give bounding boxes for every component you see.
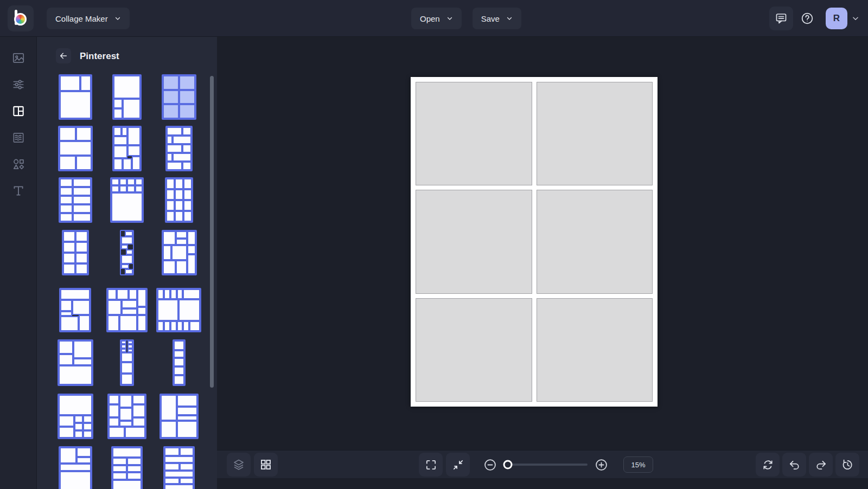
template-cell	[73, 187, 91, 196]
template-cell	[187, 231, 196, 245]
zoom-slider-knob[interactable]	[503, 460, 512, 469]
template-cell	[121, 352, 133, 362]
sidebar-item-layouts[interactable]	[7, 99, 30, 123]
fit-to-screen-button[interactable]	[446, 453, 470, 477]
template-cell	[157, 299, 178, 321]
help-button[interactable]	[795, 7, 819, 30]
zoom-level-value[interactable]: 15%	[623, 456, 653, 473]
feedback-button[interactable]	[769, 7, 793, 30]
template-cell	[119, 408, 132, 421]
template-cell	[108, 427, 125, 438]
open-button[interactable]: Open	[411, 8, 462, 29]
redo-button[interactable]	[809, 453, 833, 477]
template-thumbnail[interactable]	[120, 339, 134, 386]
template-cell	[183, 200, 192, 211]
template-thumbnail[interactable]	[59, 177, 92, 223]
panel-scrollbar[interactable]	[210, 76, 214, 388]
template-cell	[137, 315, 146, 331]
back-button[interactable]	[56, 48, 71, 63]
template-cell	[60, 289, 90, 300]
history-button[interactable]	[835, 453, 859, 477]
zoom-out-button[interactable]	[482, 456, 498, 473]
collage-cell[interactable]	[537, 298, 653, 402]
layers-button[interactable]	[227, 453, 251, 477]
collage-cell[interactable]	[537, 82, 653, 185]
befunky-logo[interactable]	[8, 5, 34, 31]
template-thumbnail[interactable]	[173, 339, 186, 386]
zoom-in-button[interactable]	[593, 456, 609, 473]
template-thumbnail[interactable]	[106, 288, 148, 332]
template-cell	[167, 153, 173, 162]
template-cell	[167, 144, 182, 153]
template-thumbnail[interactable]	[165, 126, 193, 171]
template-thumbnail[interactable]	[162, 230, 197, 275]
template-cell	[83, 423, 92, 430]
account-avatar[interactable]: R	[826, 8, 847, 29]
template-cell	[166, 178, 175, 189]
template-cell	[74, 430, 84, 438]
template-cell	[163, 75, 179, 90]
grid-view-button[interactable]	[254, 453, 278, 477]
sidebar-item-image-manager[interactable]	[7, 46, 30, 70]
template-cell	[74, 423, 84, 430]
template-thumbnail[interactable]	[112, 74, 142, 120]
template-cell	[166, 211, 175, 222]
template-cell	[121, 349, 126, 352]
template-thumbnail[interactable]	[163, 446, 195, 489]
template-cell	[60, 91, 91, 119]
template-cell	[163, 231, 176, 245]
template-thumbnail[interactable]	[120, 230, 134, 275]
save-label: Save	[481, 14, 500, 23]
template-cell	[132, 395, 145, 404]
template-thumbnail[interactable]	[110, 177, 144, 223]
sidebar-item-edit[interactable]	[7, 73, 30, 96]
app-switcher-button[interactable]: Collage Maker	[47, 8, 130, 29]
template-thumbnail[interactable]	[112, 126, 142, 171]
collage-page[interactable]	[411, 77, 658, 407]
template-cell	[189, 321, 200, 331]
template-cell	[127, 340, 133, 344]
undo-button[interactable]	[782, 453, 806, 477]
sidebar-item-textures[interactable]	[7, 126, 30, 150]
template-thumbnail[interactable]	[58, 339, 93, 386]
save-button[interactable]: Save	[473, 8, 521, 29]
collage-cell[interactable]	[537, 190, 653, 293]
sidebar-item-graphics[interactable]	[7, 152, 30, 176]
template-thumbnail[interactable]	[59, 74, 92, 120]
sidebar-item-text[interactable]	[7, 179, 30, 203]
template-thumbnail[interactable]	[111, 446, 143, 489]
template-cell	[177, 407, 197, 415]
collage-cell[interactable]	[416, 190, 532, 293]
template-cell	[73, 196, 91, 204]
account-chevron-down-icon[interactable]	[852, 15, 859, 22]
fullscreen-button[interactable]	[419, 453, 443, 477]
template-cell	[111, 178, 119, 185]
template-thumbnail-selected[interactable]	[162, 74, 196, 120]
template-cell	[60, 447, 76, 464]
help-icon	[800, 11, 814, 25]
sliders-icon	[11, 78, 25, 92]
layers-icon	[232, 458, 245, 471]
collage-cell[interactable]	[416, 82, 532, 185]
template-cell	[135, 178, 143, 185]
template-cell	[175, 200, 183, 211]
reset-button[interactable]	[756, 453, 780, 477]
template-thumbnail[interactable]	[62, 230, 89, 275]
template-cell	[161, 395, 177, 421]
collage-cell[interactable]	[416, 298, 532, 402]
template-cell	[107, 315, 119, 331]
template-thumbnail[interactable]	[159, 394, 199, 439]
template-thumbnail[interactable]	[107, 394, 146, 439]
template-cell	[127, 472, 142, 480]
template-thumbnail[interactable]	[165, 177, 193, 223]
template-thumbnail[interactable]	[156, 288, 201, 332]
template-cell	[161, 421, 177, 438]
template-thumbnail[interactable]	[59, 446, 92, 489]
template-thumbnail[interactable]	[59, 288, 91, 332]
template-cell	[59, 141, 92, 155]
template-thumbnail[interactable]	[58, 394, 93, 439]
template-cell	[183, 211, 192, 222]
template-thumbnail[interactable]	[58, 126, 93, 171]
template-cell	[127, 465, 142, 473]
zoom-slider-track[interactable]	[503, 464, 588, 466]
